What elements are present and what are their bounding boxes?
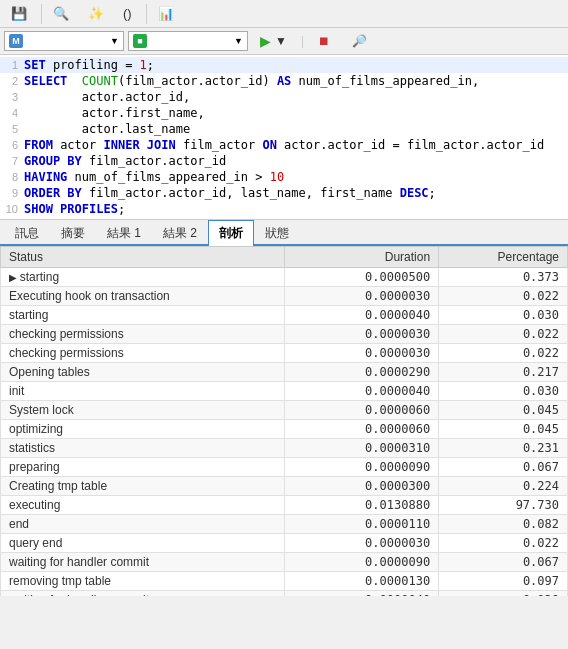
code-snippet-button[interactable]: () bbox=[116, 3, 142, 24]
sql-line-9: 9ORDER BY film_actor.actor_id, last_name… bbox=[0, 185, 568, 201]
percentage-cell: 0.231 bbox=[439, 439, 568, 458]
tab-結果2[interactable]: 結果 2 bbox=[152, 220, 208, 246]
status-cell: Executing hook on transaction bbox=[1, 287, 285, 306]
status-cell: ▶ starting bbox=[1, 268, 285, 287]
main-toolbar: 💾 🔍 ✨ () 📊 bbox=[0, 0, 568, 28]
table-row[interactable]: System lock0.00000600.045 bbox=[1, 401, 568, 420]
table-row[interactable]: init0.00000400.030 bbox=[1, 382, 568, 401]
duration-cell: 0.0000110 bbox=[284, 515, 439, 534]
table-row[interactable]: Creating tmp table0.00003000.224 bbox=[1, 477, 568, 496]
chart-icon: 📊 bbox=[158, 6, 174, 21]
percentage-cell: 0.030 bbox=[439, 382, 568, 401]
table-row[interactable]: waiting for handler commit0.00000900.067 bbox=[1, 553, 568, 572]
line-number-5: 5 bbox=[0, 121, 24, 137]
query-tool-button[interactable]: 🔍 bbox=[46, 3, 79, 24]
status-cell: executing bbox=[1, 496, 285, 515]
table-row[interactable]: statistics0.00003100.231 bbox=[1, 439, 568, 458]
tab-訊息[interactable]: 訊息 bbox=[4, 220, 50, 246]
stop-button[interactable]: ⏹ bbox=[310, 32, 340, 50]
sql-line-7: 7GROUP BY film_actor.actor_id bbox=[0, 153, 568, 169]
percentage-cell: 0.045 bbox=[439, 420, 568, 439]
tab-摘要[interactable]: 摘要 bbox=[50, 220, 96, 246]
tab-狀態[interactable]: 狀態 bbox=[254, 220, 300, 246]
status-cell: Creating tmp table bbox=[1, 477, 285, 496]
query-icon: 🔍 bbox=[53, 6, 69, 21]
duration-cell: 0.0000030 bbox=[284, 534, 439, 553]
explain-button[interactable]: 🔎 bbox=[344, 32, 377, 50]
col-header-status: Status bbox=[1, 247, 285, 268]
status-cell: waiting for handler commit bbox=[1, 591, 285, 597]
tab-結果1[interactable]: 結果 1 bbox=[96, 220, 152, 246]
line-number-1: 1 bbox=[0, 57, 24, 73]
duration-cell: 0.0000500 bbox=[284, 268, 439, 287]
line-content-4: actor.first_name, bbox=[24, 105, 568, 121]
status-cell: statistics bbox=[1, 439, 285, 458]
percentage-cell: 0.224 bbox=[439, 477, 568, 496]
sql-line-6: 6FROM actor INNER JOIN film_actor ON act… bbox=[0, 137, 568, 153]
table-row[interactable]: checking permissions0.00000300.022 bbox=[1, 344, 568, 363]
line-content-2: SELECT COUNT(film_actor.actor_id) AS num… bbox=[24, 73, 568, 89]
line-number-9: 9 bbox=[0, 185, 24, 201]
divider-1 bbox=[41, 4, 42, 24]
build-chart-button[interactable]: 📊 bbox=[151, 3, 184, 24]
divider-2 bbox=[146, 4, 147, 24]
table-row[interactable]: executing0.013088097.730 bbox=[1, 496, 568, 515]
percentage-cell: 0.022 bbox=[439, 325, 568, 344]
profiling-table-container[interactable]: StatusDurationPercentage ▶ starting0.000… bbox=[0, 246, 568, 596]
duration-cell: 0.0000290 bbox=[284, 363, 439, 382]
table-row[interactable]: Executing hook on transaction0.00000300.… bbox=[1, 287, 568, 306]
table-row[interactable]: end0.00001100.082 bbox=[1, 515, 568, 534]
table-row[interactable]: starting0.00000400.030 bbox=[1, 306, 568, 325]
sql-line-3: 3 actor.actor_id, bbox=[0, 89, 568, 105]
duration-cell: 0.0000060 bbox=[284, 401, 439, 420]
table-row[interactable]: waiting for handler commit0.00000400.030 bbox=[1, 591, 568, 597]
sql-line-4: 4 actor.first_name, bbox=[0, 105, 568, 121]
percentage-cell: 0.373 bbox=[439, 268, 568, 287]
table-row[interactable]: removing tmp table0.00001300.097 bbox=[1, 572, 568, 591]
status-cell: optimizing bbox=[1, 420, 285, 439]
line-number-8: 8 bbox=[0, 169, 24, 185]
run-stop-divider: | bbox=[299, 34, 306, 48]
save-button[interactable]: 💾 bbox=[4, 3, 37, 24]
line-number-10: 10 bbox=[0, 201, 24, 217]
duration-cell: 0.0000300 bbox=[284, 477, 439, 496]
run-dropdown-icon: ▼ bbox=[275, 34, 287, 48]
percentage-cell: 0.082 bbox=[439, 515, 568, 534]
beautify-button[interactable]: ✨ bbox=[81, 3, 114, 24]
status-cell: waiting for handler commit bbox=[1, 553, 285, 572]
table-row[interactable]: ▶ starting0.00005000.373 bbox=[1, 268, 568, 287]
status-cell: end bbox=[1, 515, 285, 534]
percentage-cell: 0.217 bbox=[439, 363, 568, 382]
run-button[interactable]: ▶ ▼ bbox=[252, 31, 295, 51]
percentage-cell: 0.097 bbox=[439, 572, 568, 591]
line-content-6: FROM actor INNER JOIN film_actor ON acto… bbox=[24, 137, 568, 153]
table-row[interactable]: checking permissions0.00000300.022 bbox=[1, 325, 568, 344]
status-cell: Opening tables bbox=[1, 363, 285, 382]
explain-icon: 🔎 bbox=[352, 34, 367, 48]
db-name-select[interactable]: ■ ▼ bbox=[128, 31, 248, 51]
duration-cell: 0.0000090 bbox=[284, 553, 439, 572]
percentage-cell: 97.730 bbox=[439, 496, 568, 515]
sql-line-8: 8HAVING num_of_films_appeared_in > 10 bbox=[0, 169, 568, 185]
db-type-select[interactable]: M ▼ bbox=[4, 31, 124, 51]
table-row[interactable]: Opening tables0.00002900.217 bbox=[1, 363, 568, 382]
sql-editor[interactable]: 1SET profiling = 1;2SELECT COUNT(film_ac… bbox=[0, 55, 568, 220]
tab-剖析[interactable]: 剖析 bbox=[208, 220, 254, 246]
line-content-10: SHOW PROFILES; bbox=[24, 201, 568, 217]
table-row[interactable]: query end0.00000300.022 bbox=[1, 534, 568, 553]
status-cell: checking permissions bbox=[1, 325, 285, 344]
db-name-arrow: ▼ bbox=[234, 36, 243, 46]
duration-cell: 0.0000060 bbox=[284, 420, 439, 439]
row-arrow: ▶ bbox=[9, 272, 20, 283]
db-selector-row: M ▼ ■ ▼ ▶ ▼ | ⏹ 🔎 bbox=[0, 28, 568, 55]
status-cell: starting bbox=[1, 306, 285, 325]
status-cell: query end bbox=[1, 534, 285, 553]
table-row[interactable]: preparing0.00000900.067 bbox=[1, 458, 568, 477]
duration-cell: 0.0000030 bbox=[284, 325, 439, 344]
duration-cell: 0.0000310 bbox=[284, 439, 439, 458]
sql-line-1: 1SET profiling = 1; bbox=[0, 57, 568, 73]
table-row[interactable]: optimizing0.00000600.045 bbox=[1, 420, 568, 439]
save-icon: 💾 bbox=[11, 6, 27, 21]
status-cell: System lock bbox=[1, 401, 285, 420]
col-header-percentage: Percentage bbox=[439, 247, 568, 268]
